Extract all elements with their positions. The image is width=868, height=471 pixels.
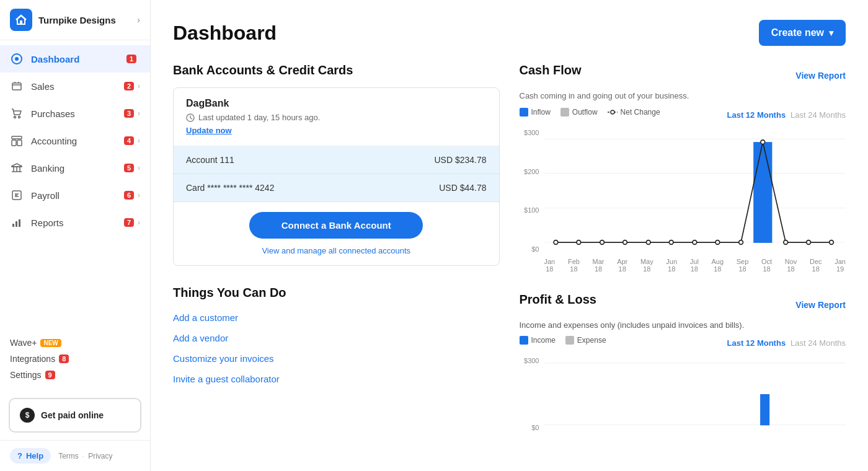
bank-card-footer: Connect a Bank Account View and manage a… xyxy=(174,202,499,265)
sidebar-item-sales[interactable]: Sales 2 › xyxy=(0,73,150,100)
sidebar-item-purchases[interactable]: Purchases 3 › xyxy=(0,100,150,127)
bank-section-title: Bank Accounts & Credit Cards xyxy=(173,63,500,77)
integrations-label: Integrations xyxy=(10,354,55,364)
cash-flow-subtitle: Cash coming in and going out of your bus… xyxy=(520,91,846,100)
account-label-1: Card **** **** **** 4242 xyxy=(186,183,274,193)
add-vendor-link[interactable]: Add a vendor xyxy=(173,330,500,346)
expense-label: Expense xyxy=(577,336,606,345)
help-icon: ? xyxy=(17,451,22,460)
account-row-0: Account 111 USD $234.78 xyxy=(174,146,499,174)
y-label-100: $100 xyxy=(520,206,539,214)
x-label-apr18: Apr18 xyxy=(617,258,627,273)
bank-updated-text: Last updated 1 day, 15 hours ago. xyxy=(198,113,320,122)
get-paid-button[interactable]: $ Get paid online xyxy=(9,398,141,433)
reports-badge: 7 xyxy=(124,218,134,227)
connect-bank-label: Connect a Bank Account xyxy=(281,220,391,231)
dashboard-icon xyxy=(10,52,24,66)
net-change-dot xyxy=(608,108,618,117)
sidebar-nav: Dashboard 1 Sales 2 › xyxy=(0,40,150,327)
svg-rect-8 xyxy=(12,136,22,139)
chart-point-mar xyxy=(600,240,604,245)
x-label-aug18: Aug18 xyxy=(711,258,724,273)
account-amount-0: USD $234.78 xyxy=(434,155,486,165)
sidebar-footer: ? Help Terms · Privacy xyxy=(0,440,150,471)
sidebar-item-accounting-label: Accounting xyxy=(31,136,124,146)
sidebar-item-purchases-label: Purchases xyxy=(31,108,124,119)
account-amount-1: USD $44.78 xyxy=(439,183,486,193)
company-logo xyxy=(10,9,32,31)
pnl-view-report-link[interactable]: View Report xyxy=(795,300,846,310)
pnl-header: Profit & Loss View Report xyxy=(520,293,846,317)
svg-point-25 xyxy=(611,110,614,114)
bank-updated: Last updated 1 day, 15 hours ago. xyxy=(186,113,487,122)
pnl-12-months-filter[interactable]: Last 12 Months xyxy=(727,338,786,348)
chart-point-feb xyxy=(577,240,581,245)
bank-accounts-section: Bank Accounts & Credit Cards DagBank Las… xyxy=(173,63,500,266)
cash-flow-controls: Inflow Outflow Net Change xyxy=(520,108,846,121)
x-label-jul18: Jul18 xyxy=(690,258,699,273)
sidebar-item-accounting[interactable]: Accounting 4 › xyxy=(0,127,150,154)
sidebar-item-integrations[interactable]: Integrations 8 xyxy=(10,351,140,367)
left-column: Bank Accounts & Credit Cards DagBank Las… xyxy=(173,63,500,434)
help-button[interactable]: ? Help xyxy=(10,448,51,464)
pnl-24-months-filter[interactable]: Last 24 Months xyxy=(790,338,846,348)
sidebar-item-payroll[interactable]: Payroll 6 › xyxy=(0,182,150,209)
pnl-y-axis: $300 $0 xyxy=(520,357,542,431)
sidebar-chevron-icon: › xyxy=(137,15,140,25)
page-title: Dashboard xyxy=(173,22,277,45)
svg-rect-20 xyxy=(12,224,14,227)
chart-point-nov xyxy=(783,240,787,245)
y-label-0: $0 xyxy=(520,245,539,253)
banking-badge: 5 xyxy=(124,164,134,172)
integrations-badge: 8 xyxy=(59,354,69,363)
account-label-0: Account 111 xyxy=(186,155,234,165)
chart-point-dec xyxy=(806,240,810,245)
pnl-y-label-0: $0 xyxy=(520,424,539,431)
bank-card: DagBank Last updated 1 day, 15 hours ago… xyxy=(173,87,500,266)
sidebar-item-dashboard[interactable]: Dashboard 1 xyxy=(0,45,150,73)
settings-label: Settings xyxy=(10,370,42,380)
sidebar-item-banking[interactable]: Banking 5 › xyxy=(0,154,150,182)
cash-flow-bar-oct xyxy=(753,142,772,243)
invite-collaborator-link[interactable]: Invite a guest collaborator xyxy=(173,371,500,387)
pnl-chart-area xyxy=(544,357,846,434)
terms-link[interactable]: Terms xyxy=(58,452,79,460)
expense-dot xyxy=(565,336,574,345)
sidebar-item-settings[interactable]: Settings 9 xyxy=(10,367,140,383)
svg-point-6 xyxy=(14,117,16,118)
x-label-jun18: Jun18 xyxy=(666,258,677,273)
svg-rect-21 xyxy=(16,221,17,227)
banking-chevron-icon: › xyxy=(138,164,140,172)
outflow-label: Outflow xyxy=(572,108,598,117)
manage-accounts-link[interactable]: View and manage all connected accounts xyxy=(262,246,410,255)
sidebar-item-reports[interactable]: Reports 7 › xyxy=(0,209,150,236)
add-customer-link[interactable]: Add a customer xyxy=(173,310,500,325)
svg-point-7 xyxy=(19,117,20,118)
purchases-icon xyxy=(10,107,24,120)
create-new-button[interactable]: Create new ▾ xyxy=(759,20,846,46)
pnl-legend-expense: Expense xyxy=(565,336,606,345)
main-content: Dashboard Create new ▾ Bank Accounts & C… xyxy=(151,0,868,471)
cash-flow-view-report-link[interactable]: View Report xyxy=(795,71,846,81)
net-change-line xyxy=(556,142,831,242)
sidebar-item-banking-label: Banking xyxy=(31,163,124,174)
connect-bank-button[interactable]: Connect a Bank Account xyxy=(249,212,423,239)
update-now-link[interactable]: Update now xyxy=(186,126,232,135)
cash-flow-12-months-filter[interactable]: Last 12 Months xyxy=(727,110,786,120)
sidebar-extra: Wave+ NEW Integrations 8 Settings 9 xyxy=(0,327,150,390)
banking-icon xyxy=(10,161,24,175)
pnl-legend: Income Expense xyxy=(520,336,606,345)
privacy-link[interactable]: Privacy xyxy=(88,452,112,460)
inflow-label: Inflow xyxy=(531,108,551,117)
cash-flow-24-months-filter[interactable]: Last 24 Months xyxy=(790,110,846,120)
cash-flow-chart-area: Jan18 Feb18 Mar18 Apr18 May18 Jun18 Jul1… xyxy=(544,129,846,273)
get-paid-label: Get paid online xyxy=(41,410,104,420)
sidebar-item-wave-plus[interactable]: Wave+ NEW xyxy=(10,335,140,351)
sales-badge: 2 xyxy=(124,82,134,90)
customize-invoices-link[interactable]: Customize your invoices xyxy=(173,351,500,366)
purchases-badge: 3 xyxy=(124,109,134,118)
pnl-subtitle: Income and expenses only (includes unpai… xyxy=(520,320,846,330)
help-label: Help xyxy=(26,451,43,460)
pnl-chart-wrapper: $300 $0 xyxy=(520,357,846,434)
sidebar-header[interactable]: Turnpike Designs › xyxy=(0,0,150,40)
